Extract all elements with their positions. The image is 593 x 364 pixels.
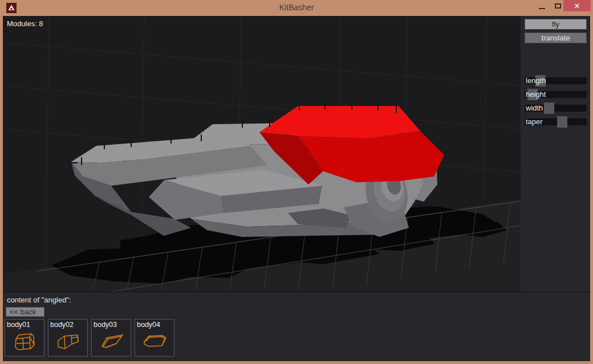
module-tiles: body01 body02: [5, 319, 174, 357]
body03-wireframe-icon: [98, 332, 125, 353]
modules-count-label: Modules: 8: [7, 19, 43, 28]
body04-wireframe-icon: [141, 332, 169, 353]
minimize-button[interactable]: [534, 0, 550, 12]
tool-panel: fly translate length height width taper: [521, 16, 590, 292]
module-tile-body04[interactable]: body04: [135, 319, 174, 357]
taper-slider-label: taper: [526, 117, 543, 126]
module-tile-label: body04: [137, 321, 160, 329]
window-title: KitBasher: [0, 0, 593, 16]
height-slider-label: height: [526, 90, 546, 99]
body02-wireframe-icon: [55, 332, 82, 353]
body01-wireframe-icon: [11, 332, 39, 353]
module-tile-body01[interactable]: body01: [5, 319, 44, 357]
close-button[interactable]: ✕: [563, 0, 591, 11]
scene-3d[interactable]: [3, 16, 521, 292]
back-button[interactable]: << back: [6, 307, 44, 317]
content-label: content of "angled":: [7, 296, 71, 304]
taper-slider[interactable]: taper: [525, 116, 587, 128]
content-area: Modules: 8: [3, 16, 590, 361]
width-slider-label: width: [526, 104, 543, 112]
viewport-3d[interactable]: Modules: 8: [3, 16, 521, 292]
app-window: KitBasher ✕ Modules: 8: [0, 0, 593, 364]
module-tile-body02[interactable]: body02: [48, 319, 88, 357]
width-slider[interactable]: width: [525, 103, 587, 114]
fly-button[interactable]: fly: [525, 19, 587, 30]
module-tile-body03[interactable]: body03: [91, 319, 131, 357]
length-slider-label: length: [526, 76, 546, 85]
width-slider-handle[interactable]: [544, 103, 554, 114]
maximize-icon: [555, 3, 561, 9]
height-slider[interactable]: height: [525, 89, 587, 100]
taper-slider-handle[interactable]: [557, 116, 567, 128]
length-slider[interactable]: length: [525, 75, 587, 87]
module-tile-label: body03: [94, 321, 117, 329]
module-browser: content of "angled": << back body01 bo: [3, 292, 590, 361]
module-tile-label: body01: [7, 321, 30, 329]
translate-button[interactable]: translate: [525, 32, 587, 43]
minimize-icon: [539, 8, 545, 9]
title-bar[interactable]: KitBasher ✕: [0, 0, 593, 16]
module-tile-label: body02: [50, 321, 74, 329]
